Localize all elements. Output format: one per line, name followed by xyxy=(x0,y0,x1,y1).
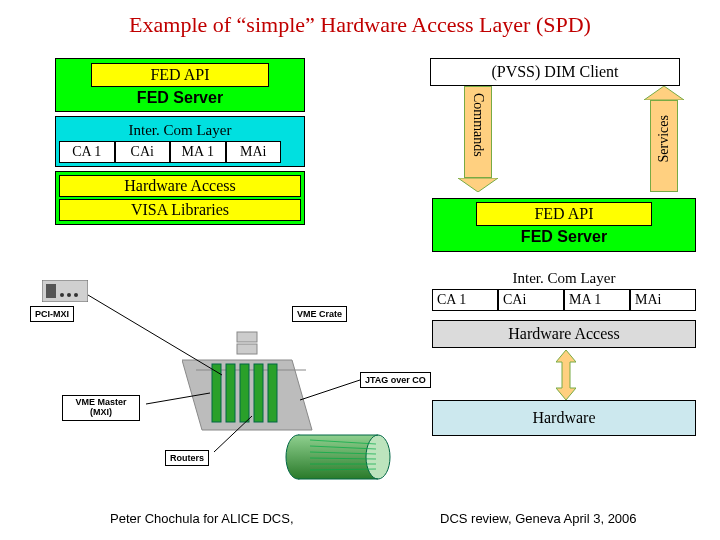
svg-rect-1 xyxy=(46,284,56,298)
page-title: Example of “simple” Hardware Access Laye… xyxy=(0,0,720,46)
jtag-label: JTAG over CO xyxy=(360,372,431,388)
hardware-box: Hardware xyxy=(432,400,696,436)
detector-icon xyxy=(280,432,400,482)
footer-right: DCS review, Geneva April 3, 2006 xyxy=(440,511,637,526)
ca1-cell: CA 1 xyxy=(59,141,115,163)
vme-master-text: VME Master (MXI) xyxy=(75,397,126,417)
fed-api-box: FED API xyxy=(91,63,269,87)
right-intercom-label: Inter. Com Layer xyxy=(432,268,696,289)
svg-marker-5 xyxy=(458,178,498,192)
svg-point-3 xyxy=(67,293,71,297)
ma1-cell: MA 1 xyxy=(170,141,226,163)
left-intercom-box: Inter. Com Layer CA 1 CAi MA 1 MAi xyxy=(55,116,305,167)
hw-access-label: Hardware Access xyxy=(59,175,301,197)
svg-rect-12 xyxy=(212,364,221,422)
pci-mxi-label: PCI-MXI xyxy=(30,306,74,322)
right-mai: MAi xyxy=(630,289,696,311)
right-fed-server-label: FED Server xyxy=(436,226,692,248)
right-cai: CAi xyxy=(498,289,564,311)
fed-api-label: FED API xyxy=(92,64,268,86)
svg-rect-15 xyxy=(254,364,263,422)
services-label: Services xyxy=(656,115,672,162)
svg-rect-14 xyxy=(240,364,249,422)
right-intercom-box: Inter. Com Layer CA 1 CAi MA 1 MAi xyxy=(432,268,696,311)
ca-row: CA 1 CAi MA 1 MAi xyxy=(59,141,281,163)
svg-point-4 xyxy=(74,293,78,297)
vme-master-label: VME Master (MXI) xyxy=(62,395,140,421)
right-ca1: CA 1 xyxy=(432,289,498,311)
right-fed-box: FED API FED Server xyxy=(432,198,696,252)
svg-rect-8 xyxy=(237,332,257,342)
left-stack: FED API FED Server Inter. Com Layer CA 1… xyxy=(55,58,305,225)
svg-point-2 xyxy=(60,293,64,297)
svg-marker-6 xyxy=(644,86,684,100)
right-ca-row: CA 1 CAi MA 1 MAi xyxy=(432,289,696,311)
intercom-label: Inter. Com Layer xyxy=(59,120,301,141)
right-fed-api-label: FED API xyxy=(477,203,651,225)
svg-rect-16 xyxy=(268,364,277,422)
svg-rect-13 xyxy=(226,364,235,422)
vme-crate-icon xyxy=(182,320,332,440)
svg-marker-7 xyxy=(556,350,576,400)
commands-label: Commands xyxy=(470,93,486,157)
fed-server-label: FED Server xyxy=(56,87,304,109)
pci-box-icon xyxy=(42,280,88,302)
svg-rect-9 xyxy=(237,344,257,354)
right-fed-api: FED API xyxy=(476,202,652,226)
svg-point-23 xyxy=(366,435,390,479)
commands-arrow: Commands xyxy=(464,86,498,192)
right-ma1: MA 1 xyxy=(564,289,630,311)
right-hw-access: Hardware Access xyxy=(432,320,696,348)
dim-client-box: (PVSS) DIM Client xyxy=(430,58,680,86)
mai-cell: MAi xyxy=(226,141,282,163)
cai-cell: CAi xyxy=(115,141,171,163)
footer-left: Peter Chochula for ALICE DCS, xyxy=(110,511,294,526)
vertical-double-arrow-icon xyxy=(556,350,576,400)
left-fed-box: FED API FED Server xyxy=(55,58,305,112)
routers-label: Routers xyxy=(165,450,209,466)
visa-label: VISA Libraries xyxy=(59,199,301,221)
services-arrow: Services xyxy=(650,86,684,192)
left-hw-visa: Hardware Access VISA Libraries xyxy=(55,171,305,225)
